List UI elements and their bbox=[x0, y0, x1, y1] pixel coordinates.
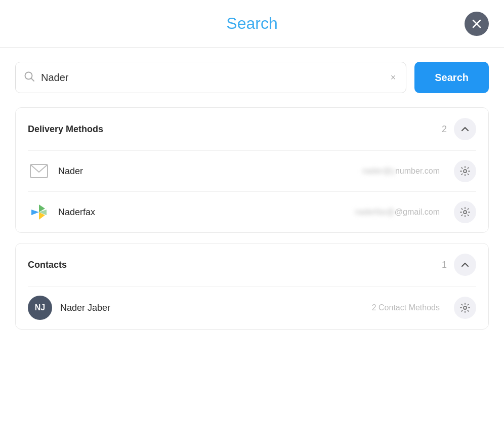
gear-icon bbox=[460, 207, 470, 217]
search-area: × Search bbox=[0, 48, 504, 107]
page-header: Search bbox=[0, 0, 504, 48]
avatar: NJ bbox=[28, 296, 52, 320]
contacts-title: Contacts bbox=[28, 260, 67, 270]
list-item: Naderfax naderfax@@gmail.com bbox=[16, 192, 488, 232]
contact-name: Nader Jaber bbox=[60, 303, 364, 313]
naderfax-settings-button[interactable] bbox=[454, 201, 476, 223]
delivery-methods-collapse-button[interactable] bbox=[454, 118, 476, 140]
search-button[interactable]: Search bbox=[414, 62, 489, 93]
email-icon bbox=[28, 160, 50, 182]
item-meta-nader: nader@ynumber.com bbox=[362, 167, 440, 176]
list-item: Nader nader@ynumber.com bbox=[16, 151, 488, 191]
search-input[interactable] bbox=[41, 72, 389, 84]
svg-point-12 bbox=[464, 306, 467, 309]
svg-point-5 bbox=[464, 170, 467, 173]
close-icon bbox=[472, 19, 481, 28]
delivery-methods-section: Delivery Methods 2 Nader nader@ynumber.c… bbox=[15, 107, 489, 233]
svg-line-3 bbox=[31, 78, 34, 81]
contact-settings-button[interactable] bbox=[454, 297, 476, 319]
chevron-up-icon bbox=[461, 125, 469, 133]
close-button[interactable] bbox=[465, 12, 489, 36]
delivery-methods-title: Delivery Methods bbox=[28, 124, 103, 135]
contacts-header: Contacts 1 bbox=[16, 243, 488, 286]
fax-icon bbox=[28, 201, 50, 223]
item-name-nader: Nader bbox=[58, 166, 354, 177]
contacts-section: Contacts 1 NJ Nader Jaber 2 Contact Meth… bbox=[15, 243, 489, 330]
nader-settings-button[interactable] bbox=[454, 160, 476, 182]
gear-icon bbox=[460, 166, 470, 176]
contacts-collapse-button[interactable] bbox=[454, 254, 476, 276]
delivery-methods-count: 2 bbox=[442, 124, 447, 135]
item-name-naderfax: Naderfax bbox=[58, 207, 347, 218]
contacts-count: 1 bbox=[442, 260, 447, 270]
list-item: NJ Nader Jaber 2 Contact Methods bbox=[16, 287, 488, 329]
contacts-header-right: 1 bbox=[442, 254, 476, 276]
delivery-methods-header-right: 2 bbox=[442, 118, 476, 140]
blurred-email: nader@y bbox=[362, 167, 395, 176]
gear-icon bbox=[460, 303, 470, 313]
item-meta-naderfax: naderfax@@gmail.com bbox=[355, 208, 440, 217]
page-title: Search bbox=[226, 14, 277, 33]
contact-meta: 2 Contact Methods bbox=[372, 303, 440, 312]
delivery-methods-header: Delivery Methods 2 bbox=[16, 108, 488, 150]
svg-point-11 bbox=[464, 211, 467, 214]
chevron-up-icon bbox=[461, 261, 469, 269]
svg-marker-8 bbox=[31, 210, 39, 215]
blurred-email-fax: naderfax@ bbox=[355, 208, 395, 217]
clear-input-button[interactable]: × bbox=[389, 70, 398, 85]
search-input-wrapper: × bbox=[15, 62, 406, 93]
search-icon bbox=[24, 71, 35, 85]
